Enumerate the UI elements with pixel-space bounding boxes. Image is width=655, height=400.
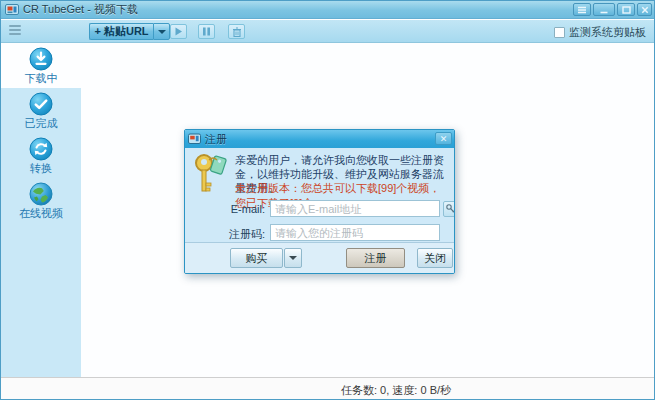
dialog-footer: 购买 注册 关闭 (185, 242, 454, 274)
sidebar-item-label: 已完成 (25, 118, 58, 129)
toolbar-grip-icon[interactable] (9, 25, 21, 37)
window-controls (573, 3, 652, 16)
sidebar-item-label: 在线视频 (19, 208, 63, 219)
email-label: E-mail: (185, 203, 265, 215)
download-icon (29, 47, 53, 71)
convert-icon (29, 137, 53, 161)
app-icon (5, 3, 19, 16)
status-text: 任务数: 0, 速度: 0 B/秒 (341, 383, 451, 398)
email-key-button[interactable] (443, 201, 455, 217)
dialog-titlebar[interactable]: 注册 ✕ (185, 130, 454, 148)
dialog-title: 注册 (205, 132, 227, 147)
sidebar-item-completed[interactable]: 已完成 (1, 88, 81, 133)
pause-download-button[interactable] (198, 24, 215, 39)
close-icon[interactable] (637, 3, 652, 16)
sidebar-item-downloading[interactable]: 下载中 (1, 43, 81, 88)
email-row: E-mail: (185, 200, 454, 218)
trash-icon (232, 27, 242, 37)
toolbar: + 粘贴URL 监测系统剪贴板 (1, 20, 654, 43)
email-input[interactable] (270, 200, 440, 217)
monitor-clipboard-checkbox[interactable]: 监测系统剪贴板 (554, 25, 646, 40)
app-window: CR TubeGet - 视频下载 + 粘贴URL (0, 0, 655, 400)
sidebar-item-online-video[interactable]: 在线视频 (1, 178, 81, 223)
regcode-label: 注册码: (185, 227, 265, 242)
register-dialog: 注册 ✕ 亲爱的用户，请允许我向您收取一些注册资金，以维持功能 (184, 129, 455, 274)
start-download-button[interactable] (170, 24, 187, 39)
monitor-clipboard-label: 监测系统剪贴板 (569, 25, 646, 40)
key-icon (446, 204, 455, 214)
maximize-icon[interactable] (617, 3, 635, 16)
window-menu-icon[interactable] (573, 3, 591, 16)
minimize-icon[interactable] (593, 3, 615, 16)
sidebar: 下载中 已完成 转换 (1, 43, 81, 377)
checkbox-icon[interactable] (554, 27, 565, 38)
buy-button[interactable]: 购买 (230, 248, 283, 268)
check-icon (29, 92, 53, 116)
dialog-close-button[interactable]: 关闭 (417, 248, 453, 268)
regcode-input[interactable] (270, 224, 440, 241)
regcode-row: 注册码: (185, 224, 454, 242)
buy-dropdown-button[interactable] (284, 248, 302, 268)
chevron-down-icon (289, 256, 297, 260)
register-button[interactable]: 注册 (346, 248, 405, 268)
keys-icon (193, 152, 227, 196)
dialog-app-icon (188, 133, 201, 145)
paste-url-button[interactable]: + 粘贴URL (89, 23, 153, 40)
delete-task-button[interactable] (228, 24, 245, 39)
sidebar-item-convert[interactable]: 转换 (1, 133, 81, 178)
dialog-body: 亲爱的用户，请允许我向您收取一些注册资金，以维持功能升级、维护及网站服务器流量费… (185, 148, 454, 242)
window-title: CR TubeGet - 视频下载 (23, 2, 138, 17)
dialog-close-icon[interactable]: ✕ (435, 132, 452, 145)
chevron-down-icon (158, 30, 166, 34)
titlebar[interactable]: CR TubeGet - 视频下载 (1, 1, 654, 19)
sidebar-item-label: 下载中 (25, 73, 58, 84)
sidebar-item-label: 转换 (30, 163, 52, 174)
play-icon (174, 27, 183, 36)
globe-icon (29, 182, 53, 206)
pause-icon (202, 27, 211, 36)
paste-url-dropdown-button[interactable] (153, 23, 170, 40)
statusbar: 任务数: 0, 速度: 0 B/秒 (1, 377, 654, 400)
